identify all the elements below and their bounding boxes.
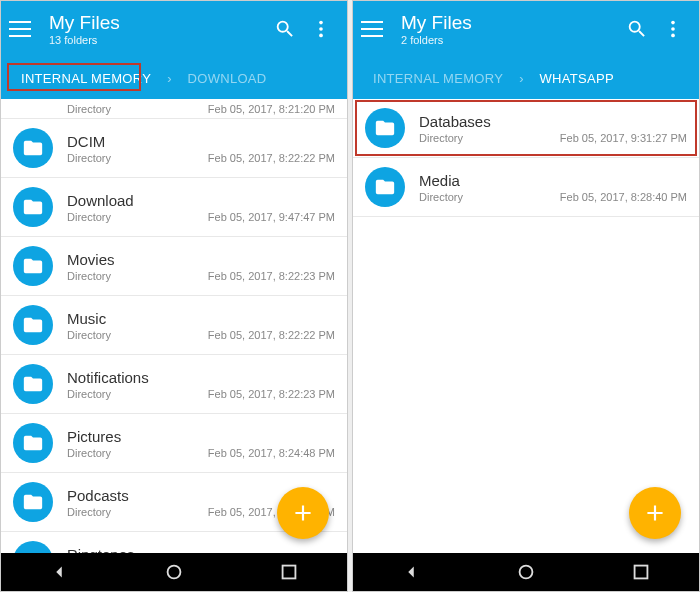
chevron-right-icon: › [167,71,171,86]
crumb-download[interactable]: DOWNLOAD [178,66,277,91]
folder-date-label: Feb 05, 2017, 8:21:20 PM [208,103,335,115]
row-text: RingtonesDirectoryFeb 05, 2017, 8:22:23 … [67,546,335,554]
folder-type-label: Directory [67,211,111,223]
list-item[interactable]: DatabasesDirectoryFeb 05, 2017, 9:31:27 … [353,99,699,158]
app-subtitle: 2 folders [401,34,619,46]
list-item[interactable]: DirectoryFeb 05, 2017, 8:21:20 PM [1,99,347,119]
folder-icon [13,482,53,522]
folder-date-label: Feb 05, 2017, 8:22:22 PM [208,152,335,164]
nav-home-icon[interactable] [515,561,537,583]
nav-bar [1,553,347,591]
svg-point-0 [319,21,323,25]
app-title: My Files [401,12,619,34]
app-bar: My Files 2 folders [353,1,699,57]
folder-list[interactable]: DirectoryFeb 05, 2017, 8:21:20 PMDCIMDir… [1,99,347,553]
row-text: DCIMDirectoryFeb 05, 2017, 8:22:22 PM [67,133,335,164]
folder-icon [13,128,53,168]
svg-point-6 [671,27,675,31]
row-text: MoviesDirectoryFeb 05, 2017, 8:22:23 PM [67,251,335,282]
folder-type-label: Directory [67,270,111,282]
folder-icon [13,423,53,463]
folder-name-label: Notifications [67,369,335,386]
row-text: NotificationsDirectoryFeb 05, 2017, 8:22… [67,369,335,400]
folder-type-label: Directory [67,152,111,164]
title-block: My Files 13 folders [49,12,267,46]
folder-type-label: Directory [419,191,463,203]
folder-name-label: Pictures [67,428,335,445]
search-icon[interactable] [267,11,303,47]
folder-icon [365,167,405,207]
folder-name-label: DCIM [67,133,335,150]
breadcrumb: INTERNAL MEMORY › DOWNLOAD [1,57,347,99]
list-item[interactable]: DCIMDirectoryFeb 05, 2017, 8:22:22 PM [1,119,347,178]
svg-point-3 [168,566,181,579]
list-item[interactable]: MusicDirectoryFeb 05, 2017, 8:22:22 PM [1,296,347,355]
app-title: My Files [49,12,267,34]
search-icon[interactable] [619,11,655,47]
row-text: DownloadDirectoryFeb 05, 2017, 9:47:47 P… [67,192,335,223]
fab-add[interactable] [277,487,329,539]
row-text: MediaDirectoryFeb 05, 2017, 8:28:40 PM [419,172,687,203]
folder-type-label: Directory [67,506,111,518]
folder-type-label: Directory [67,103,111,115]
folder-date-label: Feb 05, 2017, 8:24:48 PM [208,447,335,459]
menu-icon[interactable] [9,15,37,43]
folder-date-label: Feb 05, 2017, 8:22:23 PM [208,388,335,400]
svg-point-5 [671,21,675,25]
more-vert-icon[interactable] [303,11,339,47]
row-text: PicturesDirectoryFeb 05, 2017, 8:24:48 P… [67,428,335,459]
svg-point-1 [319,27,323,31]
crumb-internal-memory[interactable]: INTERNAL MEMORY [363,66,513,91]
nav-home-icon[interactable] [163,561,185,583]
fab-add[interactable] [629,487,681,539]
folder-icon [13,305,53,345]
folder-icon [13,364,53,404]
crumb-internal-memory[interactable]: INTERNAL MEMORY [11,66,161,91]
row-text: DatabasesDirectoryFeb 05, 2017, 9:31:27 … [419,113,687,144]
folder-name-label: Download [67,192,335,209]
svg-point-2 [319,34,323,38]
breadcrumb: INTERNAL MEMORY › WHATSAPP [353,57,699,99]
folder-date-label: Feb 05, 2017, 9:31:27 PM [560,132,687,144]
nav-back-icon[interactable] [400,561,422,583]
folder-icon [365,108,405,148]
folder-date-label: Feb 05, 2017, 9:47:47 PM [208,211,335,223]
nav-recent-icon[interactable] [630,561,652,583]
list-item[interactable]: MoviesDirectoryFeb 05, 2017, 8:22:23 PM [1,237,347,296]
folder-icon [13,541,53,553]
app-bar: My Files 13 folders [1,1,347,57]
folder-type-label: Directory [67,329,111,341]
folder-name-label: Media [419,172,687,189]
folder-name-label: Movies [67,251,335,268]
folder-list[interactable]: DatabasesDirectoryFeb 05, 2017, 9:31:27 … [353,99,699,553]
nav-recent-icon[interactable] [278,561,300,583]
folder-date-label: Feb 05, 2017, 8:22:22 PM [208,329,335,341]
folder-name-label: Ringtones [67,546,335,554]
folder-name-label: Databases [419,113,687,130]
list-item[interactable]: NotificationsDirectoryFeb 05, 2017, 8:22… [1,355,347,414]
crumb-whatsapp[interactable]: WHATSAPP [530,66,624,91]
folder-icon [13,246,53,286]
folder-date-label: Feb 05, 2017, 8:28:40 PM [560,191,687,203]
list-item[interactable]: DownloadDirectoryFeb 05, 2017, 9:47:47 P… [1,178,347,237]
nav-bar [353,553,699,591]
folder-type-label: Directory [67,447,111,459]
list-item[interactable]: PicturesDirectoryFeb 05, 2017, 8:24:48 P… [1,414,347,473]
folder-type-label: Directory [67,388,111,400]
list-item[interactable]: MediaDirectoryFeb 05, 2017, 8:28:40 PM [353,158,699,217]
menu-icon[interactable] [361,15,389,43]
svg-point-7 [671,34,675,38]
screen-left: My Files 13 folders INTERNAL MEMORY › DO… [0,0,348,592]
app-subtitle: 13 folders [49,34,267,46]
nav-back-icon[interactable] [48,561,70,583]
svg-point-8 [520,566,533,579]
more-vert-icon[interactable] [655,11,691,47]
title-block: My Files 2 folders [401,12,619,46]
svg-rect-4 [283,566,296,579]
screen-right: My Files 2 folders INTERNAL MEMORY › WHA… [352,0,700,592]
folder-name-label: Music [67,310,335,327]
folder-icon [13,187,53,227]
folder-type-label: Directory [419,132,463,144]
svg-rect-9 [635,566,648,579]
chevron-right-icon: › [519,71,523,86]
